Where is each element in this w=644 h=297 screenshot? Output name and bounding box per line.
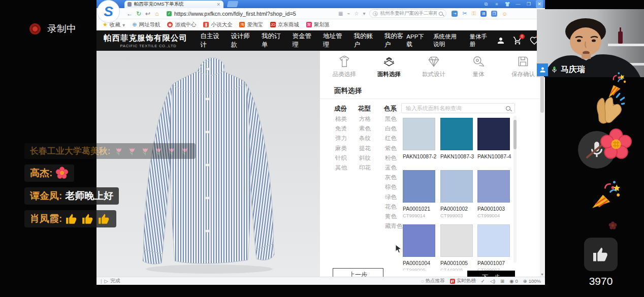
step-category[interactable]: 品类选择 (324, 55, 365, 78)
fabric-card[interactable]: PAKN10087-4 (477, 118, 511, 159)
like-button[interactable] (584, 238, 618, 271)
viewer-person-icon[interactable] (537, 63, 548, 76)
sogou-logo[interactable]: S (97, 0, 120, 23)
fabric-swatch[interactable] (477, 224, 510, 257)
fabric-swatch[interactable] (477, 118, 510, 150)
filter-option[interactable]: 针织 (335, 155, 347, 161)
bookmark-novels[interactable]: ❚ 小说大全 (203, 21, 232, 28)
scroll-down-arrow-icon[interactable]: ▼ (540, 273, 544, 276)
close-button[interactable]: ✕ (536, 0, 543, 8)
filter-option[interactable]: 粉色 (385, 155, 403, 161)
fabric-swatch[interactable] (403, 118, 435, 150)
company-logo[interactable]: 帕西菲克服饰有限公司 PACIFIC TEXTILE CO.,LTD (104, 33, 193, 48)
bookmark-jd[interactable]: JD 京东商城 (270, 21, 299, 28)
filter-option[interactable]: 免烫 (335, 125, 347, 131)
translate-icon[interactable]: 译 (480, 11, 487, 17)
filter-option[interactable]: 麻类 (335, 145, 347, 151)
bookmark-nav-site[interactable]: ⊕ 网址导航 (132, 21, 160, 28)
measure-guide-link[interactable]: 量体手册 (469, 33, 489, 48)
filter-option[interactable]: 条纹 (359, 135, 371, 141)
login-icon[interactable]: ⇥ (452, 11, 458, 17)
filter-option[interactable]: 黑色 (385, 116, 403, 122)
reader-icon[interactable]: ▦ (338, 11, 343, 16)
nav-item-account[interactable]: 我的账户 (353, 32, 375, 49)
hot-search-text[interactable]: 杭州杀妻碎尸案凶手二审死刑 (380, 10, 437, 17)
nav-item-customers[interactable]: 我的客户 (384, 32, 406, 49)
nav-item-address[interactable]: 地址管理 (323, 32, 345, 49)
tab-count-icon[interactable]: ⧉ (482, 0, 490, 8)
browser-search-box[interactable]: S 杭州杀妻碎尸案凶手二审死刑 (369, 9, 446, 18)
fabric-card[interactable]: PA0001004 CT999006 (403, 224, 436, 271)
filter-option[interactable]: 蓝色 (385, 164, 403, 171)
star-icon[interactable]: ☆ (354, 11, 359, 16)
bookmark-juhuasuan[interactable]: 聚 聚划算 (306, 21, 330, 28)
downloads-box-icon[interactable]: ⊞ (500, 278, 504, 284)
fabric-card[interactable]: PA0001003 CT999004 (477, 170, 511, 218)
fabric-swatch[interactable] (477, 170, 510, 203)
nav-item-self-design[interactable]: 自主设计 (200, 32, 222, 49)
zoom-control[interactable]: ⊕100% (523, 278, 541, 284)
fabric-card[interactable]: PA0001002 CT999003 (440, 170, 474, 218)
nav-item-funds[interactable]: 资金管理 (293, 32, 314, 49)
fabric-card[interactable]: PAKN10087-3 (440, 118, 474, 159)
filter-option[interactable]: 白色 (385, 125, 403, 131)
address-bar[interactable]: ✓ https://www.pxfkcn.com/fdiy_first.html… (164, 9, 331, 18)
back-icon[interactable]: ← (125, 10, 134, 17)
bookmark-game-center[interactable]: ◉ 游戏中心 (167, 21, 196, 28)
fabric-swatch[interactable] (403, 224, 435, 257)
bookmark-taobao[interactable]: 淘 爱淘宝 (239, 21, 263, 28)
caret-icon[interactable]: ▾ (363, 11, 365, 16)
filter-option[interactable]: 斜纹 (359, 155, 371, 161)
undo-icon[interactable]: ↩ (143, 10, 152, 17)
filter-option[interactable]: 灰色 (385, 174, 403, 180)
download-manager-button[interactable]: ◉0 (509, 278, 518, 284)
filter-option[interactable]: 提花 (359, 145, 371, 151)
nav-item-orders[interactable]: 我的订单 (262, 32, 283, 49)
speaker-icon[interactable]: ◁) (490, 278, 495, 284)
browser-tab[interactable]: 帕西菲克OMS下单系统 ✕ (124, 1, 223, 8)
next-step-button[interactable]: 下一步 (467, 271, 515, 277)
fabric-card[interactable]: PA0001021 CT999014 (403, 170, 436, 218)
step-style-design[interactable]: 款式设计 (413, 55, 454, 78)
user-icon[interactable] (496, 36, 505, 45)
screenshot-scissors-icon[interactable]: ✂ (462, 10, 467, 17)
filter-option[interactable]: 素色 (359, 125, 371, 131)
prev-step-button[interactable]: 上一步 (333, 268, 383, 277)
skin-icon[interactable]: 👕 (504, 0, 511, 8)
filter-option[interactable]: 其他 (335, 164, 347, 171)
fabric-card[interactable]: PA0001007 CT999007 (477, 224, 511, 271)
home-icon[interactable]: ⌂ (152, 10, 162, 17)
fabric-card[interactable]: PAKN10087-2 (403, 118, 436, 159)
fabric-list-scrollbar[interactable] (513, 116, 517, 263)
smiley-icon[interactable]: ☺ (502, 11, 507, 17)
search-icon[interactable] (506, 106, 510, 111)
filter-option[interactable]: 棕色 (385, 184, 403, 190)
new-tab-button[interactable] (227, 1, 239, 7)
filter-option[interactable]: 红色 (385, 135, 403, 141)
refresh-icon[interactable]: ↻ (134, 10, 143, 17)
step-fabric[interactable]: 面料选择 (369, 55, 409, 78)
filter-option[interactable]: 花色 (385, 204, 403, 210)
step-measure[interactable]: 量体 (458, 55, 499, 78)
hot-rank-button[interactable]: 实时热榜 (450, 278, 476, 284)
search-icon[interactable] (439, 12, 443, 16)
fabric-swatch[interactable] (440, 224, 473, 257)
cart-icon[interactable]: 0 (513, 36, 522, 45)
manual-link[interactable]: 系统使用说明 (433, 33, 462, 48)
maximize-button[interactable]: ❐ (525, 0, 532, 8)
windows-icon[interactable]: ❒ (491, 11, 497, 17)
fabric-swatch[interactable] (403, 170, 435, 203)
filter-option[interactable]: 印花 (359, 164, 371, 171)
check-circle-icon[interactable]: ✓ (481, 278, 485, 284)
browser-scrollbar[interactable]: ▼ (540, 51, 544, 277)
fabric-card[interactable]: PA0001005 CT449005 (440, 224, 474, 271)
filter-option[interactable]: 棉类 (335, 116, 347, 122)
fabric-swatch[interactable] (440, 170, 473, 203)
filter-option[interactable]: 绿色 (385, 194, 403, 200)
filter-option[interactable]: 弹力 (335, 135, 347, 141)
tab-close-icon[interactable]: ✕ (216, 2, 220, 7)
hot-recommend-button[interactable]: ◌热点推荐 (421, 278, 445, 284)
url-text[interactable]: https://www.pxfkcn.com/fdiy_first.html?s… (174, 11, 296, 17)
fabric-search-input[interactable]: 输入系统面料名称查询 (401, 103, 515, 113)
minimize-button[interactable]: — (514, 0, 522, 8)
